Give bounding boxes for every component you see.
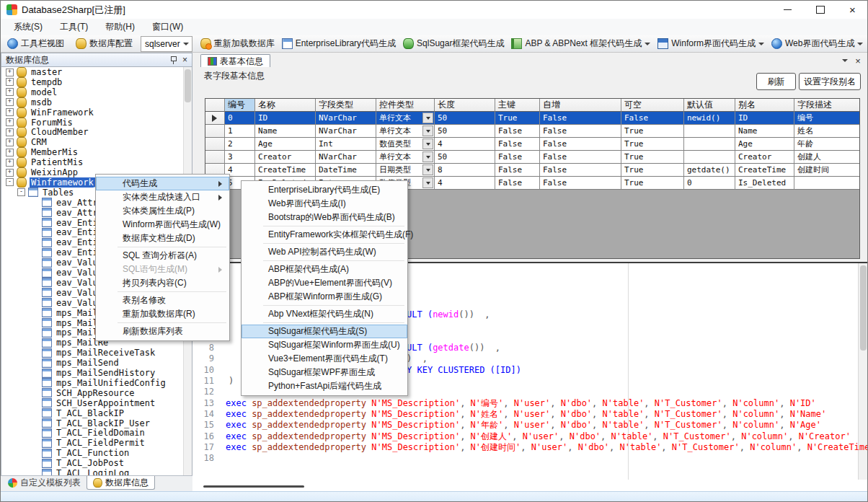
tab-list-dropdown-icon[interactable] bbox=[840, 56, 850, 66]
submenu-item-SqlSugar框架代码生成(S)[interactable]: SqlSugar框架代码生成(S) bbox=[242, 325, 407, 338]
tree-item-T_ACL_BlackIP[interactable]: T_ACL_BlackIP bbox=[1, 408, 125, 418]
submenu-item-Abp VNext框架代码生成(N)[interactable]: Abp VNext框架代码生成(N) bbox=[242, 307, 407, 321]
grid-cell[interactable]: 50 bbox=[435, 112, 495, 125]
expand-icon[interactable]: + bbox=[6, 108, 14, 116]
expand-icon[interactable]: + bbox=[6, 159, 14, 167]
tree-item-msdb[interactable]: +msdb bbox=[1, 97, 53, 107]
submenu-item-EntityFramework实体框架代码生成(F)[interactable]: EntityFramework实体框架代码生成(F) bbox=[242, 228, 407, 242]
context-menu-item-刷新数据库列表[interactable]: 刷新数据库列表 bbox=[96, 325, 229, 338]
connection-type-combobox[interactable]: sqlserver bbox=[141, 36, 192, 52]
tree-item-eav_Entity[interactable]: eav_Entity bbox=[1, 237, 110, 247]
tree-item-model[interactable]: +model bbox=[1, 87, 58, 97]
panel-close-icon[interactable]: × bbox=[182, 56, 187, 63]
toolbar-button-重新加载数据库[interactable]: 重新加载数据库 bbox=[197, 36, 278, 52]
toolbar-button-数据库配置[interactable]: 数据库配置 bbox=[72, 36, 136, 52]
tree-item-MemberMis[interactable]: +MemberMis bbox=[1, 147, 79, 157]
submenu-item-Web界面代码生成(I)[interactable]: Web界面代码生成(I) bbox=[242, 197, 407, 211]
tree-item-mps_MailSendHistory[interactable]: mps_MailSendHistory bbox=[1, 368, 156, 378]
grid-column-header[interactable]: 默认值 bbox=[684, 99, 735, 112]
toolbar-button-工具栏视图[interactable]: 工具栏视图 bbox=[4, 36, 68, 52]
grid-cell[interactable]: 日期类型 bbox=[376, 164, 435, 177]
submenu-item-Vue3+Element界面代码生成(T)[interactable]: Vue3+Element界面代码生成(T) bbox=[242, 352, 407, 366]
chevron-down-icon[interactable] bbox=[645, 43, 650, 48]
grid-row-header[interactable] bbox=[205, 138, 225, 151]
grid-cell[interactable]: True bbox=[495, 112, 540, 125]
tree-item-eav_Value_[interactable]: eav_Value_ bbox=[1, 278, 110, 288]
submenu-item-ABP的Vue+Element界面代码(V)[interactable]: ABP的Vue+Element界面代码(V) bbox=[242, 276, 407, 290]
expand-icon[interactable]: + bbox=[6, 138, 14, 146]
grid-cell[interactable]: False bbox=[621, 112, 684, 125]
submenu-item-SqlSugar框架Winform界面生成(U)[interactable]: SqlSugar框架Winform界面生成(U) bbox=[242, 338, 407, 352]
grid-column-header[interactable]: 名称 bbox=[255, 99, 316, 112]
grid-column-header[interactable]: 编号 bbox=[225, 99, 255, 112]
grid-cell[interactable]: 3 bbox=[225, 151, 255, 164]
set-field-alias-button[interactable]: 设置字段别名 bbox=[799, 73, 861, 90]
grid-cell[interactable]: True bbox=[621, 164, 684, 177]
bottom-tab-自定义模板列表[interactable]: 自定义模板列表 bbox=[2, 476, 87, 490]
bottom-tab-数据库信息[interactable]: 数据库信息 bbox=[87, 476, 155, 490]
grid-row-header[interactable] bbox=[205, 112, 225, 125]
grid-column-header[interactable]: 字段类型 bbox=[316, 99, 376, 112]
tree-item-T_ACL_FieldDomain[interactable]: T_ACL_FieldDomain bbox=[1, 428, 146, 438]
grid-cell[interactable]: False bbox=[540, 138, 621, 151]
tree-item-CloudMember[interactable]: +CloudMember bbox=[1, 127, 89, 137]
grid-cell[interactable]: 单行文本 bbox=[376, 125, 435, 138]
tree-item-PatientMis[interactable]: +PatientMis bbox=[1, 157, 84, 167]
tree-item-mps_MailRe[interactable]: mps_MailRe bbox=[1, 338, 110, 348]
grid-column-header[interactable]: 控件类型 bbox=[376, 99, 435, 112]
grid-cell[interactable]: Int bbox=[316, 138, 376, 151]
grid-cell[interactable]: 创建时间 bbox=[794, 164, 860, 177]
chevron-down-icon[interactable] bbox=[857, 43, 863, 48]
grid-row[interactable]: 2AgeInt数值类型4FalseFalseTrueAge年龄 bbox=[205, 138, 860, 151]
tree-item-CRM[interactable]: +CRM bbox=[1, 137, 48, 147]
grid-cell[interactable]: False bbox=[540, 125, 621, 138]
tree-item-WeixinApp[interactable]: +WeixinApp bbox=[1, 167, 79, 177]
grid-cell[interactable]: 姓名 bbox=[794, 125, 860, 138]
grid-cell[interactable]: False bbox=[540, 164, 621, 177]
context-menu-item-表别名修改[interactable]: 表别名修改 bbox=[96, 294, 229, 307]
submenu-item-SqlSugar框架WPF界面生成[interactable]: SqlSugar框架WPF界面生成 bbox=[242, 366, 407, 379]
menubar-item[interactable]: 帮助(H) bbox=[97, 19, 143, 35]
grid-cell[interactable]: newid() bbox=[684, 112, 735, 125]
grid-cell[interactable]: ID bbox=[735, 112, 794, 125]
grid-cell[interactable]: 0 bbox=[684, 177, 735, 190]
tab-close-icon[interactable]: × bbox=[853, 56, 863, 66]
tree-item-T_ACL_JobPost[interactable]: T_ACL_JobPost bbox=[1, 458, 125, 468]
tree-item-eav_Value_[interactable]: eav_Value_ bbox=[1, 288, 110, 298]
grid-cell[interactable] bbox=[684, 151, 735, 164]
grid-column-header[interactable]: 可空 bbox=[621, 99, 684, 112]
context-menu-item-代码生成[interactable]: 代码生成 bbox=[96, 177, 229, 190]
tree-item-mps_MailCo[interactable]: mps_MailCo bbox=[1, 318, 110, 328]
grid-cell[interactable]: Name bbox=[255, 125, 316, 138]
grid-cell[interactable]: 单行文本 bbox=[376, 151, 435, 164]
expand-icon[interactable]: + bbox=[6, 128, 14, 136]
grid-row[interactable]: 3CreatorNVarChar单行文本50FalseFalseTrueCrea… bbox=[205, 151, 860, 164]
close-button[interactable]: × bbox=[836, 1, 868, 19]
grid-cell[interactable]: 0 bbox=[225, 112, 255, 125]
menubar-item[interactable]: 工具(T) bbox=[51, 19, 97, 35]
toolbar-button-ABP & ABPNext 框架代码生成[interactable]: ABP & ABPNext 框架代码生成 bbox=[508, 36, 654, 52]
grid-cell[interactable]: 8 bbox=[435, 164, 495, 177]
tree-item-T_ACL_LoginLog[interactable]: T_ACL_LoginLog bbox=[1, 468, 130, 475]
expand-icon[interactable]: + bbox=[6, 169, 14, 177]
expand-icon[interactable]: + bbox=[6, 149, 14, 157]
toolbar-button-EnterpriseLibrary代码生成[interactable]: EnterpriseLibrary代码生成 bbox=[278, 36, 399, 52]
tree-item-eav_Value_[interactable]: eav_Value_ bbox=[1, 257, 110, 268]
expand-icon[interactable]: + bbox=[6, 69, 14, 76]
grid-cell[interactable]: 单行文本 bbox=[376, 112, 435, 125]
grid-cell[interactable]: Age bbox=[255, 138, 316, 151]
grid-cell[interactable] bbox=[684, 138, 735, 151]
tree-item-T_ACL_BlackIP_User[interactable]: T_ACL_BlackIP_User bbox=[1, 418, 151, 428]
tree-item-mps_MailDe[interactable]: mps_MailDe bbox=[1, 327, 110, 338]
tree-item-mps_MailReceiveTask[interactable]: mps_MailReceiveTask bbox=[1, 348, 156, 358]
tree-item-eav_Attrib[interactable]: eav_Attrib bbox=[1, 208, 110, 218]
refresh-button[interactable]: 刷新 bbox=[756, 73, 796, 90]
context-menu-item-重新加载数据库(R)[interactable]: 重新加载数据库(R) bbox=[96, 307, 229, 321]
submenu-item-ABP框架代码生成(A)[interactable]: ABP框架代码生成(A) bbox=[242, 263, 407, 276]
control-type-dropdown[interactable] bbox=[422, 113, 433, 123]
expand-icon[interactable]: + bbox=[6, 78, 14, 86]
grid-cell[interactable]: 编号 bbox=[794, 112, 860, 125]
control-type-dropdown[interactable] bbox=[422, 126, 433, 136]
menubar-item[interactable]: 系统(S) bbox=[5, 19, 51, 35]
grid-cell[interactable]: Is_Deleted bbox=[735, 177, 794, 190]
